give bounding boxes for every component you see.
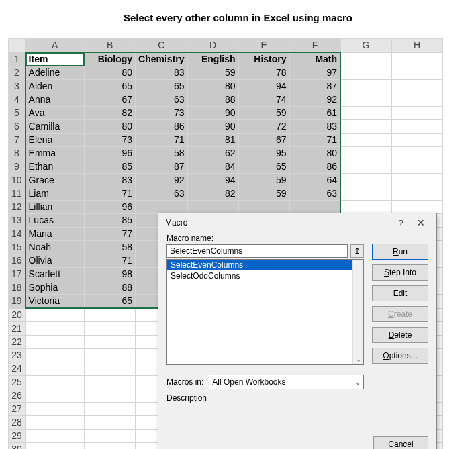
cell[interactable] (340, 174, 391, 187)
cell[interactable] (289, 201, 340, 214)
cell[interactable]: 94 (238, 80, 289, 93)
cell[interactable] (391, 187, 442, 201)
cell[interactable]: Olivia (26, 254, 85, 268)
cell[interactable]: 80 (187, 80, 238, 93)
cell[interactable] (340, 201, 391, 214)
cell[interactable]: Ava (26, 107, 85, 120)
cell[interactable] (85, 389, 136, 402)
row-header-1[interactable]: 1 (9, 52, 26, 66)
edit-button[interactable]: Edit (372, 285, 428, 301)
cell[interactable]: 96 (85, 201, 136, 214)
cell[interactable]: 86 (136, 120, 187, 134)
cell[interactable]: 80 (289, 147, 340, 160)
cell[interactable] (85, 335, 136, 348)
row-header-16[interactable]: 16 (9, 254, 26, 268)
cell[interactable]: Noah (26, 241, 85, 254)
cell[interactable]: 83 (85, 174, 136, 187)
options-button[interactable]: Options... (372, 348, 428, 364)
cell[interactable]: 65 (85, 295, 136, 309)
cell[interactable]: 82 (85, 107, 136, 120)
cell[interactable] (391, 174, 442, 187)
row-header-14[interactable]: 14 (9, 228, 26, 241)
cell[interactable]: 59 (238, 174, 289, 187)
chevron-down-icon[interactable]: ⌄ (353, 356, 363, 363)
cell[interactable] (340, 107, 391, 120)
macro-listbox[interactable]: SelectEvenColumnsSelectOddColumns⌄ (166, 259, 364, 365)
row-header-25[interactable]: 25 (9, 375, 26, 389)
cell[interactable]: Sophia (26, 281, 85, 295)
cell[interactable]: Aiden (26, 80, 85, 93)
cell[interactable] (391, 52, 442, 66)
column-header-E[interactable]: E (238, 39, 289, 53)
cell[interactable]: 85 (85, 160, 136, 174)
cell[interactable]: Grace (26, 174, 85, 187)
cell[interactable] (391, 93, 442, 107)
cell[interactable] (340, 187, 391, 201)
cell[interactable] (85, 442, 136, 449)
cell[interactable]: 59 (238, 187, 289, 201)
cell[interactable]: Scarlett (26, 268, 85, 281)
row-header-5[interactable]: 5 (9, 107, 26, 120)
cell[interactable]: Lillian (26, 201, 85, 214)
cell[interactable]: 80 (85, 120, 136, 134)
cell[interactable] (340, 93, 391, 107)
cell[interactable] (391, 147, 442, 160)
cell[interactable]: 67 (238, 134, 289, 147)
cell[interactable]: 58 (85, 241, 136, 254)
column-header-D[interactable]: D (187, 39, 238, 53)
cell[interactable]: 58 (136, 147, 187, 160)
cell[interactable]: Camilla (26, 120, 85, 134)
row-header-17[interactable]: 17 (9, 268, 26, 281)
cell[interactable] (340, 80, 391, 93)
row-header-28[interactable]: 28 (9, 415, 26, 429)
cell[interactable] (340, 160, 391, 174)
row-header-22[interactable]: 22 (9, 335, 26, 348)
select-all-corner[interactable] (9, 39, 26, 53)
cell[interactable]: 59 (238, 107, 289, 120)
cell[interactable]: 95 (238, 147, 289, 160)
cell[interactable]: 87 (289, 80, 340, 93)
macro-list-item[interactable]: SelectOddColumns (167, 270, 363, 281)
row-header-30[interactable]: 30 (9, 442, 26, 449)
cell[interactable]: 90 (187, 120, 238, 134)
row-header-7[interactable]: 7 (9, 134, 26, 147)
cell[interactable] (85, 348, 136, 362)
cell[interactable]: 63 (136, 187, 187, 201)
header-cell[interactable]: Biology (85, 52, 136, 66)
run-button[interactable]: Run (372, 244, 428, 260)
cell[interactable]: Maria (26, 228, 85, 241)
cell[interactable] (26, 389, 85, 402)
cell[interactable]: 92 (136, 174, 187, 187)
cell[interactable]: 87 (136, 160, 187, 174)
cell[interactable] (26, 348, 85, 362)
cell[interactable] (391, 80, 442, 93)
row-header-8[interactable]: 8 (9, 147, 26, 160)
row-header-13[interactable]: 13 (9, 214, 26, 228)
row-header-6[interactable]: 6 (9, 120, 26, 134)
cell[interactable] (340, 147, 391, 160)
cell[interactable]: 63 (289, 187, 340, 201)
cell[interactable]: Lucas (26, 214, 85, 228)
step-into-button[interactable]: Step Into (372, 264, 428, 281)
cell[interactable]: 88 (85, 281, 136, 295)
cell[interactable] (340, 120, 391, 134)
cell[interactable]: 98 (85, 268, 136, 281)
cell[interactable]: 96 (85, 147, 136, 160)
cell[interactable] (26, 402, 85, 415)
cell[interactable] (391, 134, 442, 147)
cell[interactable]: 88 (187, 93, 238, 107)
cell[interactable]: 82 (187, 187, 238, 201)
header-cell[interactable]: Math (289, 52, 340, 66)
cell[interactable]: 77 (85, 228, 136, 241)
cell[interactable]: 71 (289, 134, 340, 147)
cell[interactable]: 92 (289, 93, 340, 107)
cell[interactable] (26, 442, 85, 449)
macro-list-item[interactable]: SelectEvenColumns (167, 260, 363, 270)
cell[interactable]: Elena (26, 134, 85, 147)
cell[interactable]: 67 (85, 93, 136, 107)
cell[interactable]: Adeline (26, 66, 85, 80)
cell[interactable] (136, 201, 187, 214)
cell[interactable] (391, 120, 442, 134)
cell[interactable]: 81 (187, 134, 238, 147)
cell[interactable] (26, 415, 85, 429)
